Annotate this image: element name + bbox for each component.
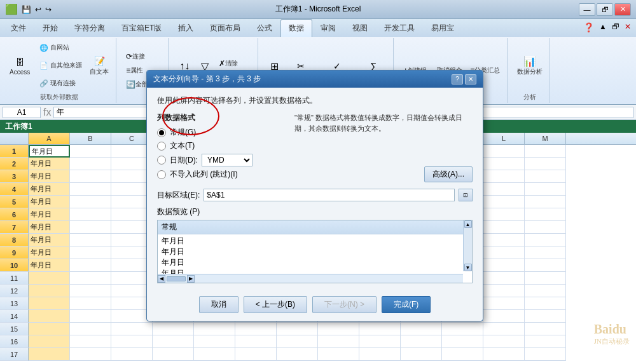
column-format-label: 列数据格式: [157, 112, 284, 123]
radio-text-label: 文本(T): [170, 140, 195, 151]
preview-row-1: 年月日: [162, 236, 468, 246]
prev-step-button[interactable]: < 上一步(B): [244, 296, 307, 313]
preview-scroll-up[interactable]: ▲: [464, 220, 472, 228]
text-split-dialog: 文本分列向导 - 第 3 步，共 3 步 ? ✕ 使用此屏内容可选择各列，并设置…: [146, 70, 483, 321]
target-area-select-button[interactable]: ⊡: [459, 189, 473, 201]
cancel-button[interactable]: 取消: [199, 296, 238, 313]
preview-scroll-down[interactable]: ▼: [464, 264, 472, 271]
dialog-title-bar: 文本分列向导 - 第 3 步，共 3 步 ? ✕: [147, 71, 483, 88]
dialog-info-text: "常规" 数据格式将数值转换成数字，日期值会转换成日期，其余数据则转换为文本。: [294, 112, 473, 166]
radio-text-circle: [157, 142, 166, 151]
preview-box: 常规 年月日 年月日 年月日 年月日 年月日 年月日 ▲ ▼ ◀: [157, 220, 473, 283]
next-step-button: 下一步(N) >: [312, 296, 377, 313]
preview-hscroll-left[interactable]: ◀: [158, 275, 165, 283]
radio-skip-circle: [157, 170, 166, 179]
preview-row-2: 年月日: [162, 246, 468, 257]
preview-scroll-vertical: ▲ ▼: [463, 220, 472, 271]
target-area-input[interactable]: [204, 189, 455, 201]
dialog-main-row: 列数据格式 常规(G) 文本(T) 日期(D):: [157, 112, 473, 182]
radio-skip-label: 不导入此列 (跳过)(I): [170, 169, 238, 180]
dialog-help-button[interactable]: ?: [452, 74, 463, 84]
dialog-left: 列数据格式 常规(G) 文本(T) 日期(D):: [157, 112, 284, 182]
dialog-close-button[interactable]: ✕: [465, 74, 476, 84]
dialog-right: "常规" 数据格式将数值转换成数字，日期值会转换成日期，其余数据则转换为文本。 …: [294, 112, 473, 182]
dialog-description: 使用此屏内容可选择各列，并设置其数据格式。: [157, 95, 473, 106]
radio-general-label: 常规(G): [170, 127, 196, 138]
radio-group-format: 常规(G) 文本(T) 日期(D): YMD MDY: [157, 127, 284, 180]
target-select-icon: ⊡: [463, 192, 468, 198]
date-format-select[interactable]: YMD MDY DMY: [202, 154, 252, 166]
dialog-body: 使用此屏内容可选择各列，并设置其数据格式。 列数据格式 常规(G) 文本(T): [147, 88, 483, 291]
radio-general-circle: [157, 128, 166, 137]
radio-date[interactable]: 日期(D): YMD MDY DMY: [157, 154, 284, 166]
dialog-title-text: 文本分列向导 - 第 3 步，共 3 步: [153, 74, 261, 84]
radio-text[interactable]: 文本(T): [157, 140, 284, 151]
preview-row-3: 年月日: [162, 257, 468, 268]
target-area-label: 目标区域(E):: [157, 190, 200, 201]
radio-general[interactable]: 常规(G): [157, 127, 284, 138]
advanced-button[interactable]: 高级(A)...: [424, 166, 473, 182]
target-row: 目标区域(E): ⊡: [157, 189, 473, 201]
preview-header: 常规: [158, 220, 472, 234]
radio-date-label: 日期(D):: [170, 155, 198, 166]
dialog-overlay: 文本分列向导 - 第 3 步，共 3 步 ? ✕ 使用此屏内容可选择各列，并设置…: [0, 0, 636, 364]
radio-date-circle: [157, 156, 166, 165]
preview-scroll-horizontal: ◀ ▶: [158, 274, 463, 283]
radio-skip[interactable]: 不导入此列 (跳过)(I): [157, 169, 284, 180]
dialog-footer: 取消 < 上一步(B) 下一步(N) > 完成(F): [147, 291, 483, 321]
finish-button[interactable]: 完成(F): [382, 296, 431, 313]
preview-label: 数据预览 (P): [157, 206, 473, 217]
preview-hscroll-thumb[interactable]: [167, 276, 186, 281]
preview-hscroll-right[interactable]: ▶: [187, 275, 195, 283]
dialog-title-controls: ? ✕: [452, 74, 476, 84]
preview-scroll-track[interactable]: [464, 228, 472, 264]
